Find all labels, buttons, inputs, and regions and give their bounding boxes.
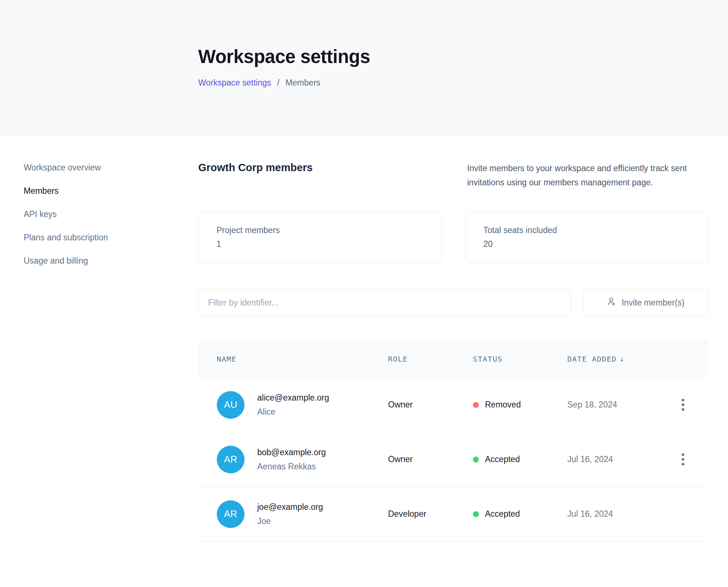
member-status: Accepted xyxy=(473,509,567,519)
member-email: alice@example.org xyxy=(257,393,329,403)
member-name: Joe xyxy=(257,516,323,526)
stat-card-total-seats: Total seats included 20 xyxy=(465,212,709,263)
member-identity: AR joe@example.org Joe xyxy=(217,500,388,528)
section-description: Invite members to your workspace and eff… xyxy=(467,161,708,190)
settings-sidebar: Workspace overview Members API keys Plan… xyxy=(24,161,198,541)
breadcrumb-link-workspace-settings[interactable]: Workspace settings xyxy=(198,78,271,87)
breadcrumb: Workspace settings / Members xyxy=(198,78,728,88)
column-header-name: NAME xyxy=(217,355,388,363)
breadcrumb-current: Members xyxy=(285,78,320,87)
invite-members-label: Invite member(s) xyxy=(622,298,685,308)
member-date-added: Jul 16, 2024 xyxy=(567,509,672,519)
sidebar-item-members[interactable]: Members xyxy=(24,187,198,195)
table-row: AU alice@example.org Alice Owner Removed… xyxy=(198,378,708,432)
table-row: AR bob@example.org Aeneas Rekkas Owner A… xyxy=(198,432,708,487)
member-role: Owner xyxy=(388,454,473,464)
member-email: bob@example.org xyxy=(257,448,326,457)
member-role: Developer xyxy=(388,509,473,519)
stat-label: Project members xyxy=(216,225,423,235)
table-header-row: NAME ROLE STATUS DATE ADDED↓ xyxy=(198,340,708,378)
stats-row: Project members 1 Total seats included 2… xyxy=(198,212,708,263)
member-identity: AU alice@example.org Alice xyxy=(217,391,388,419)
stat-card-project-members: Project members 1 xyxy=(198,212,442,263)
avatar: AR xyxy=(217,446,244,473)
avatar: AR xyxy=(217,500,244,528)
member-date-added: Sep 18, 2024 xyxy=(567,400,672,410)
member-status: Accepted xyxy=(473,454,567,464)
sidebar-item-usage-and-billing[interactable]: Usage and billing xyxy=(24,257,198,265)
section-heading: Growth Corp members xyxy=(198,161,313,174)
column-header-status: STATUS xyxy=(473,355,567,363)
table-row: AR joe@example.org Joe Developer Accepte… xyxy=(198,487,708,541)
status-dot-removed xyxy=(473,402,479,408)
sidebar-item-plans-and-subscription[interactable]: Plans and subscription xyxy=(24,233,198,242)
sort-desc-icon: ↓ xyxy=(619,355,625,363)
member-date-added: Jul 16, 2024 xyxy=(567,454,672,464)
invite-members-button[interactable]: Invite member(s) xyxy=(583,289,708,316)
sidebar-item-api-keys[interactable]: API keys xyxy=(24,210,198,218)
column-header-date-added[interactable]: DATE ADDED↓ xyxy=(567,355,672,363)
page-title: Workspace settings xyxy=(198,47,728,66)
status-dot-accepted xyxy=(473,511,479,517)
stat-label: Total seats included xyxy=(484,225,690,235)
members-table: NAME ROLE STATUS DATE ADDED↓ AU alice@ex… xyxy=(198,340,708,541)
row-actions-menu-icon[interactable] xyxy=(680,397,686,413)
member-name: Alice xyxy=(257,407,329,417)
table-toolbar: Invite member(s) xyxy=(198,289,708,316)
member-email: joe@example.org xyxy=(257,502,323,512)
person-plus-icon xyxy=(607,297,616,308)
row-actions-menu-icon[interactable] xyxy=(680,451,686,468)
member-status: Removed xyxy=(473,400,567,410)
stat-value: 1 xyxy=(216,239,423,249)
stat-value: 20 xyxy=(484,239,690,249)
member-role: Owner xyxy=(388,400,473,410)
sidebar-item-workspace-overview[interactable]: Workspace overview xyxy=(24,164,198,172)
breadcrumb-separator: / xyxy=(277,78,279,87)
members-panel: Growth Corp members Invite members to yo… xyxy=(198,161,708,541)
status-dot-accepted xyxy=(473,457,479,462)
content-area: Workspace overview Members API keys Plan… xyxy=(0,137,728,541)
page-header: Workspace settings Workspace settings / … xyxy=(0,0,728,137)
member-name: Aeneas Rekkas xyxy=(257,462,326,472)
member-identity: AR bob@example.org Aeneas Rekkas xyxy=(217,446,388,473)
avatar: AU xyxy=(217,391,244,419)
filter-input[interactable] xyxy=(198,289,571,316)
column-header-role: ROLE xyxy=(388,355,473,363)
